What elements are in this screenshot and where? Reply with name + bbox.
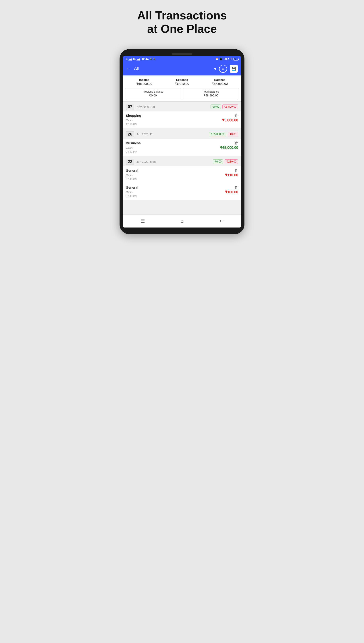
txn-middle-business: Cash ₹65,000.00 bbox=[126, 146, 238, 150]
income-label: Income bbox=[136, 78, 152, 82]
txn-time-general2: 07:48 PM bbox=[126, 195, 238, 198]
back-button[interactable]: ← bbox=[126, 66, 131, 72]
txn-general-2[interactable]: General 🗑 Cash ₹100.00 07:48 PM bbox=[123, 183, 241, 200]
status-icon1: 📷 bbox=[150, 58, 152, 60]
date-amounts-jun26: ₹65,000.00 ₹0.00 bbox=[209, 132, 238, 136]
prev-balance-value: ₹0.00 bbox=[127, 94, 179, 97]
txn-name-general2: General bbox=[126, 186, 138, 189]
txn-name-business: Business bbox=[126, 141, 141, 145]
page-wrapper: All Transactions at One Place G 4G bbox=[91, 9, 273, 234]
battery-indicator: 79 bbox=[233, 58, 238, 61]
summary-row: Income ₹65,000.00 Expense ₹6,010.00 Bala… bbox=[123, 76, 241, 87]
dropdown-button[interactable]: ▾ bbox=[214, 66, 216, 72]
expense-amt-nov07: ₹5,800.00 bbox=[222, 105, 238, 109]
page-title: All Transactions at One Place bbox=[137, 9, 227, 36]
balance-value: ₹58,990.00 bbox=[212, 82, 228, 86]
txn-top-general1: General 🗑 bbox=[126, 169, 238, 173]
phone-screen: G 4G 12:44 📷 bbox=[123, 56, 241, 227]
title-line2: at One Place bbox=[147, 22, 217, 35]
txn-source-business: Cash bbox=[126, 146, 132, 149]
total-balance-value: ₹58,990.00 bbox=[185, 94, 237, 97]
alarm-icon: ⏰ bbox=[216, 58, 218, 61]
battery-level: 79 bbox=[234, 58, 236, 60]
txn-time-general1: 07:48 PM bbox=[126, 178, 238, 181]
header-title: All bbox=[134, 66, 212, 72]
date-header-jun22: 22 Jun 2020, Mon ₹0.00 ₹210.00 bbox=[123, 157, 241, 166]
app-header: ← All ▾ ⊜ 💾 bbox=[123, 62, 241, 76]
save-button[interactable]: 💾 bbox=[230, 65, 238, 73]
save-icon: 💾 bbox=[232, 67, 236, 71]
txn-shopping[interactable]: Shopping 🗑 Cash ₹5,800.00 12:18 PM bbox=[123, 111, 241, 128]
lte-label: LTE2 bbox=[224, 58, 229, 60]
income-amt-nov07: ₹0.00 bbox=[210, 105, 221, 109]
menu-nav-button[interactable]: ☰ bbox=[136, 217, 150, 225]
txn-amount-general1: ₹110.00 bbox=[225, 173, 238, 177]
date-header-jun26: 26 Jun 2020, Fri ₹65,000.00 ₹0.00 bbox=[123, 129, 241, 139]
total-balance-label: Total Balance bbox=[185, 90, 237, 93]
txn-middle-general1: Cash ₹110.00 bbox=[126, 173, 238, 177]
txn-middle-shopping: Cash ₹5,800.00 bbox=[126, 118, 238, 122]
txn-top-business: Business 🗑 bbox=[126, 141, 238, 145]
date-text-jun26: Jun 2020, Fri bbox=[136, 133, 154, 136]
txn-business[interactable]: Business 🗑 Cash ₹65,000.00 04:21 PM bbox=[123, 139, 241, 156]
txn-amount-business: ₹65,000.00 bbox=[220, 146, 238, 150]
date-number-26: 26 bbox=[126, 131, 134, 137]
date-text-jun22: Jun 2020, Mon bbox=[136, 160, 156, 163]
expense-value: ₹6,010.00 bbox=[175, 82, 189, 86]
date-header-nov07: 07 Nov 2020, Sat ₹0.00 ₹5,800.00 bbox=[123, 102, 241, 111]
charging-icon: ⚡ bbox=[230, 58, 232, 60]
phone-speaker bbox=[172, 53, 192, 55]
txn-general-1[interactable]: General 🗑 Cash ₹110.00 07:48 PM bbox=[123, 166, 241, 183]
date-group-jun22: 22 Jun 2020, Mon ₹0.00 ₹210.00 General 🗑 bbox=[123, 157, 241, 200]
status-bar: G 4G 12:44 📷 bbox=[123, 56, 241, 62]
status-left: G 4G 12:44 📷 bbox=[126, 58, 156, 61]
status-time: 12:44 bbox=[142, 58, 148, 61]
status-right: ⏰ 📳 LTE2 ⚡ 79 bbox=[216, 58, 238, 61]
txn-amount-general2: ₹100.00 bbox=[225, 190, 238, 194]
expense-summary: Expense ₹6,010.00 bbox=[175, 78, 189, 86]
balance-summary: Balance ₹58,990.00 bbox=[212, 78, 228, 86]
home-nav-button[interactable]: ⌂ bbox=[176, 217, 188, 225]
txn-top-shopping: Shopping 🗑 bbox=[126, 114, 238, 118]
phone-top-bar bbox=[123, 53, 241, 55]
income-amt-jun22: ₹0.00 bbox=[213, 159, 223, 164]
txn-name-shopping: Shopping bbox=[126, 114, 141, 117]
txn-name-general1: General bbox=[126, 169, 138, 172]
balance-label: Balance bbox=[212, 78, 228, 82]
prev-balance-label: Previous Balance bbox=[127, 90, 179, 93]
date-amounts-jun22: ₹0.00 ₹210.00 bbox=[213, 159, 238, 164]
filter-button[interactable]: ⊜ bbox=[219, 65, 227, 73]
txn-amount-shopping: ₹5,800.00 bbox=[222, 118, 238, 122]
transaction-list: 07 Nov 2020, Sat ₹0.00 ₹5,800.00 Shoppin… bbox=[123, 102, 241, 214]
txn-time-business: 04:21 PM bbox=[126, 150, 238, 153]
network-4g: 4G bbox=[133, 58, 136, 60]
summary-section: Income ₹65,000.00 Expense ₹6,010.00 Bala… bbox=[123, 76, 241, 102]
expense-amt-jun26: ₹0.00 bbox=[228, 132, 238, 136]
delete-general1-button[interactable]: 🗑 bbox=[235, 169, 238, 173]
network-g: G bbox=[126, 58, 128, 60]
date-number-07: 07 bbox=[126, 104, 134, 110]
signal-bars-2 bbox=[136, 58, 140, 61]
txn-source-general2: Cash bbox=[126, 190, 132, 194]
txn-source-shopping: Cash bbox=[126, 119, 132, 122]
expense-amt-jun22: ₹210.00 bbox=[224, 159, 238, 164]
delete-shopping-button[interactable]: 🗑 bbox=[235, 114, 238, 118]
bottom-nav: ☰ ⌂ ↩ bbox=[123, 214, 241, 227]
list-bottom-space bbox=[123, 201, 241, 214]
delete-general2-button[interactable]: 🗑 bbox=[235, 186, 238, 190]
date-group-nov07: 07 Nov 2020, Sat ₹0.00 ₹5,800.00 Shoppin… bbox=[123, 102, 241, 128]
date-number-22: 22 bbox=[126, 159, 134, 165]
income-summary: Income ₹65,000.00 bbox=[136, 78, 152, 86]
date-amounts-nov07: ₹0.00 ₹5,800.00 bbox=[210, 105, 238, 109]
date-group-jun26: 26 Jun 2020, Fri ₹65,000.00 ₹0.00 Busine… bbox=[123, 129, 241, 156]
back-nav-button[interactable]: ↩ bbox=[215, 217, 228, 225]
title-line1: All Transactions bbox=[137, 9, 227, 22]
prev-balance-box: Previous Balance ₹0.00 bbox=[125, 88, 181, 99]
total-balance-box: Total Balance ₹58,990.00 bbox=[183, 88, 239, 99]
vibrate-icon: 📳 bbox=[220, 58, 222, 61]
delete-business-button[interactable]: 🗑 bbox=[235, 141, 238, 145]
txn-middle-general2: Cash ₹100.00 bbox=[126, 190, 238, 194]
balance-boxes: Previous Balance ₹0.00 Total Balance ₹58… bbox=[125, 88, 239, 99]
signal-bars-1 bbox=[128, 58, 132, 61]
txn-time-shopping: 12:18 PM bbox=[126, 123, 238, 126]
